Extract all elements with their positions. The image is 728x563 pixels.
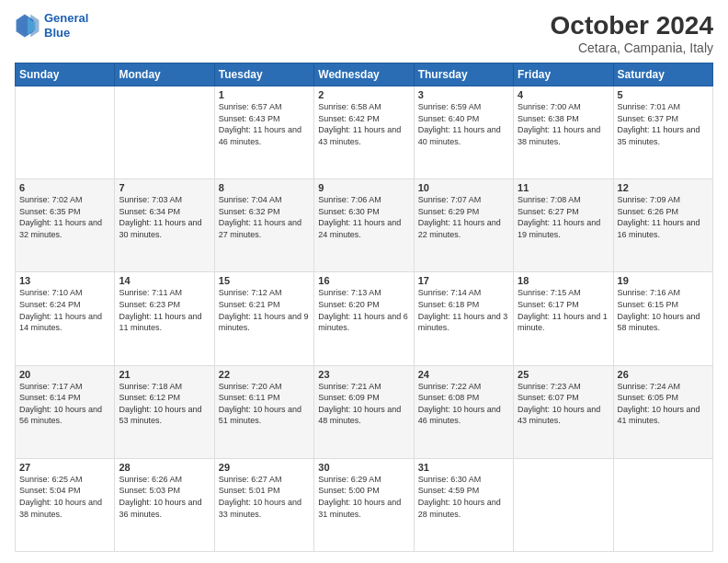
calendar-week-1: 6Sunrise: 7:02 AM Sunset: 6:35 PM Daylig… [16, 179, 713, 272]
calendar-cell: 5Sunrise: 7:01 AM Sunset: 6:37 PM Daylig… [613, 86, 712, 179]
calendar-cell: 8Sunrise: 7:04 AM Sunset: 6:32 PM Daylig… [214, 179, 313, 272]
calendar-cell: 2Sunrise: 6:58 AM Sunset: 6:42 PM Daylig… [314, 86, 414, 179]
calendar-cell: 1Sunrise: 6:57 AM Sunset: 6:43 PM Daylig… [214, 86, 313, 179]
calendar-cell: 12Sunrise: 7:09 AM Sunset: 6:26 PM Dayli… [613, 179, 712, 272]
calendar-cell: 16Sunrise: 7:13 AM Sunset: 6:20 PM Dayli… [314, 272, 414, 365]
calendar-cell: 14Sunrise: 7:11 AM Sunset: 6:23 PM Dayli… [115, 272, 214, 365]
day-info: Sunrise: 7:00 AM Sunset: 6:38 PM Dayligh… [518, 101, 609, 147]
calendar-cell: 3Sunrise: 6:59 AM Sunset: 6:40 PM Daylig… [414, 86, 513, 179]
day-number: 28 [119, 462, 210, 473]
day-info: Sunrise: 7:12 AM Sunset: 6:21 PM Dayligh… [219, 287, 310, 333]
day-number: 4 [518, 89, 609, 100]
day-info: Sunrise: 6:29 AM Sunset: 5:00 PM Dayligh… [318, 474, 409, 520]
day-number: 3 [418, 89, 509, 100]
day-number: 22 [219, 369, 310, 380]
day-info: Sunrise: 7:06 AM Sunset: 6:30 PM Dayligh… [318, 194, 409, 240]
calendar-week-0: 1Sunrise: 6:57 AM Sunset: 6:43 PM Daylig… [16, 86, 713, 179]
calendar-cell [16, 86, 115, 179]
day-info: Sunrise: 6:25 AM Sunset: 5:04 PM Dayligh… [19, 474, 110, 520]
calendar-cell [613, 458, 712, 551]
day-info: Sunrise: 7:22 AM Sunset: 6:08 PM Dayligh… [418, 381, 509, 427]
calendar-cell: 4Sunrise: 7:00 AM Sunset: 6:38 PM Daylig… [514, 86, 613, 179]
day-number: 29 [219, 462, 310, 473]
day-number: 19 [618, 275, 709, 286]
day-info: Sunrise: 6:26 AM Sunset: 5:03 PM Dayligh… [119, 474, 210, 520]
day-number: 15 [219, 275, 310, 286]
day-number: 20 [19, 369, 110, 380]
calendar-week-3: 20Sunrise: 7:17 AM Sunset: 6:14 PM Dayli… [16, 365, 713, 458]
calendar-cell: 20Sunrise: 7:17 AM Sunset: 6:14 PM Dayli… [16, 365, 115, 458]
calendar-cell: 27Sunrise: 6:25 AM Sunset: 5:04 PM Dayli… [16, 458, 115, 551]
day-number: 18 [518, 275, 609, 286]
day-info: Sunrise: 6:57 AM Sunset: 6:43 PM Dayligh… [219, 101, 310, 147]
calendar-cell [514, 458, 613, 551]
day-info: Sunrise: 7:15 AM Sunset: 6:17 PM Dayligh… [518, 287, 609, 333]
col-sunday: Sunday [16, 63, 115, 86]
logo-line1: General [44, 11, 88, 26]
day-info: Sunrise: 6:58 AM Sunset: 6:42 PM Dayligh… [318, 101, 409, 147]
day-number: 10 [418, 182, 509, 193]
subtitle: Cetara, Campania, Italy [551, 40, 713, 55]
day-info: Sunrise: 6:59 AM Sunset: 6:40 PM Dayligh… [418, 101, 509, 147]
calendar-cell: 18Sunrise: 7:15 AM Sunset: 6:17 PM Dayli… [514, 272, 613, 365]
title-block: October 2024 Cetara, Campania, Italy [551, 11, 713, 55]
col-wednesday: Wednesday [314, 63, 414, 86]
col-monday: Monday [115, 63, 214, 86]
day-info: Sunrise: 7:01 AM Sunset: 6:37 PM Dayligh… [618, 101, 709, 147]
col-friday: Friday [514, 63, 613, 86]
day-number: 1 [219, 89, 310, 100]
calendar-table: Sunday Monday Tuesday Wednesday Thursday… [15, 63, 713, 552]
col-thursday: Thursday [414, 63, 513, 86]
day-number: 25 [518, 369, 609, 380]
day-number: 8 [219, 182, 310, 193]
day-number: 24 [418, 369, 509, 380]
day-info: Sunrise: 7:21 AM Sunset: 6:09 PM Dayligh… [318, 381, 409, 427]
day-info: Sunrise: 6:27 AM Sunset: 5:01 PM Dayligh… [219, 474, 310, 520]
day-number: 31 [418, 462, 509, 473]
day-info: Sunrise: 7:16 AM Sunset: 6:15 PM Dayligh… [618, 287, 709, 333]
day-info: Sunrise: 7:09 AM Sunset: 6:26 PM Dayligh… [618, 194, 709, 240]
day-number: 23 [318, 369, 409, 380]
calendar-cell: 11Sunrise: 7:08 AM Sunset: 6:27 PM Dayli… [514, 179, 613, 272]
calendar-week-2: 13Sunrise: 7:10 AM Sunset: 6:24 PM Dayli… [16, 272, 713, 365]
day-info: Sunrise: 7:10 AM Sunset: 6:24 PM Dayligh… [19, 287, 110, 333]
day-number: 13 [19, 275, 110, 286]
day-number: 5 [618, 89, 709, 100]
calendar-cell: 13Sunrise: 7:10 AM Sunset: 6:24 PM Dayli… [16, 272, 115, 365]
col-tuesday: Tuesday [214, 63, 313, 86]
day-number: 21 [119, 369, 210, 380]
day-info: Sunrise: 7:13 AM Sunset: 6:20 PM Dayligh… [318, 287, 409, 333]
logo-line2: Blue [44, 26, 88, 40]
day-info: Sunrise: 7:07 AM Sunset: 6:29 PM Dayligh… [418, 194, 509, 240]
page: General Blue October 2024 Cetara, Campan… [0, 0, 728, 563]
day-info: Sunrise: 7:24 AM Sunset: 6:05 PM Dayligh… [618, 381, 709, 427]
day-number: 30 [318, 462, 409, 473]
calendar-cell: 15Sunrise: 7:12 AM Sunset: 6:21 PM Dayli… [214, 272, 313, 365]
logo: General Blue [15, 11, 88, 40]
calendar-cell: 22Sunrise: 7:20 AM Sunset: 6:11 PM Dayli… [214, 365, 313, 458]
calendar-cell: 23Sunrise: 7:21 AM Sunset: 6:09 PM Dayli… [314, 365, 414, 458]
day-number: 9 [318, 182, 409, 193]
day-number: 11 [518, 182, 609, 193]
col-saturday: Saturday [613, 63, 712, 86]
day-number: 6 [19, 182, 110, 193]
day-number: 12 [618, 182, 709, 193]
calendar-cell: 25Sunrise: 7:23 AM Sunset: 6:07 PM Dayli… [514, 365, 613, 458]
calendar-cell: 26Sunrise: 7:24 AM Sunset: 6:05 PM Dayli… [613, 365, 712, 458]
calendar-cell: 9Sunrise: 7:06 AM Sunset: 6:30 PM Daylig… [314, 179, 414, 272]
day-info: Sunrise: 7:11 AM Sunset: 6:23 PM Dayligh… [119, 287, 210, 333]
day-number: 16 [318, 275, 409, 286]
day-info: Sunrise: 7:17 AM Sunset: 6:14 PM Dayligh… [19, 381, 110, 427]
calendar-cell: 28Sunrise: 6:26 AM Sunset: 5:03 PM Dayli… [115, 458, 214, 551]
day-number: 17 [418, 275, 509, 286]
calendar-cell: 10Sunrise: 7:07 AM Sunset: 6:29 PM Dayli… [414, 179, 513, 272]
day-number: 27 [19, 462, 110, 473]
calendar-cell: 30Sunrise: 6:29 AM Sunset: 5:00 PM Dayli… [314, 458, 414, 551]
day-info: Sunrise: 7:20 AM Sunset: 6:11 PM Dayligh… [219, 381, 310, 427]
calendar-cell: 17Sunrise: 7:14 AM Sunset: 6:18 PM Dayli… [414, 272, 513, 365]
calendar-week-4: 27Sunrise: 6:25 AM Sunset: 5:04 PM Dayli… [16, 458, 713, 551]
header: General Blue October 2024 Cetara, Campan… [15, 11, 713, 55]
calendar-cell [115, 86, 214, 179]
day-number: 2 [318, 89, 409, 100]
day-info: Sunrise: 7:04 AM Sunset: 6:32 PM Dayligh… [219, 194, 310, 240]
